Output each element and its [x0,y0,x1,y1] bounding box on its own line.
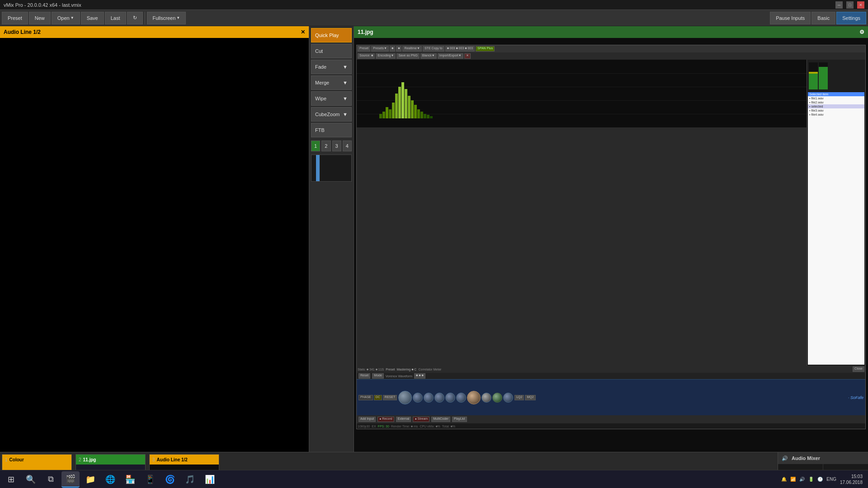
inner-btn4[interactable]: STE Copy to [423,46,444,52]
preview-close-icon[interactable]: ✕ [301,29,305,35]
output-screen: 11.jpg ⚙ Preset Presets▼ ■ ■ Realtime▼ S… [354,26,868,452]
inner-presets-btn[interactable]: Presets▼ [371,46,389,52]
clock-date: 17.06.2018 [840,479,863,485]
trans-num-3[interactable]: 3 [332,141,341,151]
inner-blank-btn[interactable]: Blanck▼ [420,53,437,59]
taskbar-task-view[interactable]: ⧉ [42,471,60,488]
cut-button[interactable]: Cut [311,44,352,58]
taskbar: ⊞ 🔍 ⧉ 🎬 📁 🌐 🏪 📱 🌀 🎵 📊 🔔 📶 🔊 🔋 🕐 ENG 15:0… [0,470,868,488]
fade-button[interactable]: Fade ▼ [311,60,352,74]
eq-knob-5[interactable] [456,393,466,403]
inner-close-btn2[interactable]: ✕ [464,53,471,59]
slider-bar [316,155,320,181]
source-3-header: 3 Audio Line 1/2 [150,455,219,465]
taskbar-search[interactable]: 🔍 [22,471,40,488]
inner-btn3[interactable]: Realtime▼ [402,46,422,52]
output-settings-icon[interactable]: ⚙ [859,29,864,35]
level-meters: Selected item • file1.wav • file2.wav • … [807,60,865,366]
source-2-num: 2 [79,457,81,462]
taskbar-app[interactable]: 📊 [201,471,219,488]
inner-span-plus[interactable]: SPAN Plus [476,46,495,52]
settings-button[interactable]: Settings [836,12,866,24]
source-3-num: 3 [152,457,155,462]
eq-panel: PHASE DC RESET [357,379,865,415]
transition-slider[interactable] [311,155,352,182]
minimize-button[interactable]: ─ [835,1,843,9]
eq-knob-4[interactable] [445,393,455,403]
close-inner-btn[interactable]: Close [853,366,864,372]
fullscreen-button[interactable]: Fullscreen ▼ [147,12,186,24]
last-button[interactable]: Last [105,12,126,24]
eq-knob-2[interactable] [424,393,434,403]
taskbar-media[interactable]: 🎵 [181,471,199,488]
spectrum-area [357,60,807,127]
inner-bottom-bar: Add Input ● Record External ● Stream Mul… [357,415,865,423]
volume-icon[interactable]: 🔊 [799,477,805,482]
open-button[interactable]: Open ▼ [52,12,80,24]
basic-button[interactable]: Basic [811,12,835,24]
inner-preset-btn[interactable]: Preset [358,46,370,52]
inner-encoding-btn[interactable]: Encoding▼ [376,53,396,59]
refresh-button[interactable]: ↻ [127,12,143,24]
network-icon[interactable]: 📶 [790,477,796,482]
file-browser: Selected item • file1.wav • file2.wav • … [808,92,864,365]
eq-knob-6[interactable] [481,393,491,403]
eq-knob-1[interactable] [413,393,423,403]
time-display: 15:03 17.06.2018 [840,474,863,485]
level-1 [809,62,818,89]
taskbar-vmix[interactable]: 🎬 [61,471,80,488]
wipe-button[interactable]: Wipe ▼ [311,91,352,106]
save-button[interactable]: Save [81,12,104,24]
merge-button[interactable]: Merge ▼ [311,75,352,90]
taskbar-store[interactable]: 🏪 [121,471,139,488]
grid-line [357,73,807,74]
new-button[interactable]: New [29,12,51,24]
taskbar-chrome[interactable]: 🌐 [101,471,119,488]
maximize-button[interactable]: □ [846,1,854,9]
mixer-title: Audio Mixer [792,455,820,461]
inner-btn2[interactable]: ■ [396,46,401,52]
eq-knob-8[interactable] [503,393,513,403]
window-controls: ─ □ ✕ [835,1,864,9]
source-2-header: 2 11.jpg [76,455,145,465]
inner-btn1[interactable]: ■ [390,46,395,52]
trans-num-4[interactable]: 4 [343,141,352,151]
output-header: 11.jpg ⚙ [354,26,868,38]
title-bar: vMix Pro - 20.0.0.42 x64 - last.vmix ─ □… [0,0,868,10]
quick-play-button[interactable]: Quick Play [311,28,352,42]
taskbar-phone[interactable]: 📱 [141,471,159,488]
pause-inputs-button[interactable]: Pause Inputs [770,12,811,24]
start-button[interactable]: ⊞ [2,471,20,488]
ftb-button[interactable]: FTB [311,123,352,137]
window-title: vMix Pro - 20.0.0.42 x64 - last.vmix [4,2,835,8]
eq-knob-main[interactable] [398,391,412,404]
inner-save-btn[interactable]: Save as PNG [396,53,419,59]
start-icon: ⊞ [8,474,14,484]
preview-label: Audio Line 1/2 ✕ [0,26,309,38]
taskbar-file[interactable]: 📁 [81,471,99,488]
fade-arrow: ▼ [343,64,348,70]
eq-knob-7[interactable] [492,393,502,403]
trans-num-2[interactable]: 2 [321,141,330,151]
cubezoom-button[interactable]: CubeZoom ▼ [311,107,352,122]
inner-btn5[interactable]: ■ 003 ■ 003 ■ 003 [445,46,475,52]
eq-knob-main2[interactable] [467,391,481,404]
trans-num-1[interactable]: 1 [311,141,320,151]
close-button[interactable]: ✕ [857,1,864,9]
inner-toolbar: Preset Presets▼ ■ ■ Realtime▼ STE Copy t… [357,45,865,52]
clock-time: 15:03 [840,474,863,479]
inner-toolbar2: Source: ■ Encoding▼ Save as PNG Blanck▼ … [357,52,865,60]
merge-arrow: ▼ [343,80,348,85]
inner-import-btn[interactable]: Import/Export▼ [438,53,463,59]
level-2 [819,62,828,89]
notify-icon[interactable]: 🔔 [781,477,787,482]
eq-knob-3[interactable] [434,393,444,403]
mixer-icon: 🔊 [782,455,788,461]
main-area: Audio Line 1/2 ✕ Quick Play Cut Fade ▼ M… [0,26,868,452]
taskbar-edge[interactable]: 🌀 [161,471,179,488]
preset-button[interactable]: Preset [2,12,28,24]
inner-src-btn[interactable]: Source: ■ [358,53,375,59]
wipe-arrow: ▼ [343,96,348,101]
spec-bar [379,114,382,118]
source-1-header: 1 Colour [2,455,71,465]
